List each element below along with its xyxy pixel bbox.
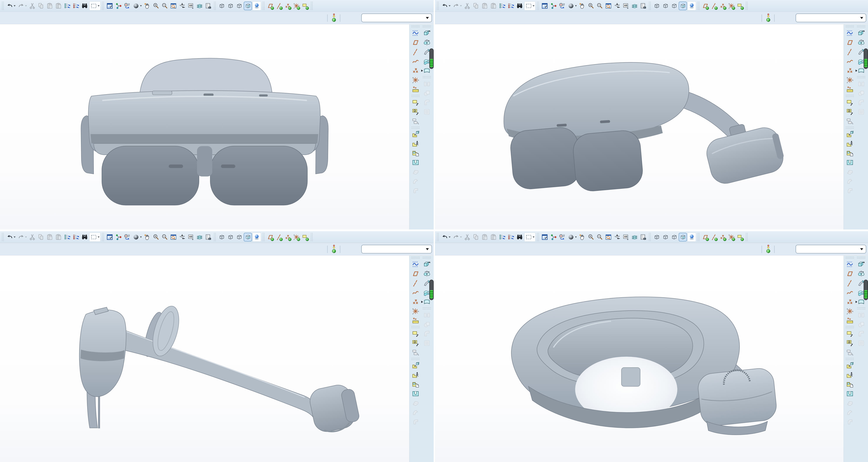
paste-button[interactable] (45, 233, 54, 242)
note-boxes-button[interactable] (845, 117, 855, 126)
toolbar-drag-handle[interactable] (649, 2, 651, 10)
text-leader-button[interactable] (411, 339, 420, 347)
groove-button[interactable] (411, 158, 420, 167)
datum-patch-button[interactable] (266, 2, 274, 10)
redo-button[interactable] (17, 233, 28, 242)
chamfer-button[interactable] (845, 167, 855, 176)
point-button[interactable] (845, 66, 855, 75)
split-button[interactable] (857, 311, 866, 319)
point-button[interactable] (845, 298, 855, 306)
named-views-button[interactable] (187, 2, 195, 10)
dress-up-cube-button[interactable] (411, 130, 420, 139)
datum-patch-button[interactable] (701, 233, 709, 242)
normal-view-button[interactable] (178, 233, 186, 242)
toolbar-drag-handle[interactable] (2, 233, 4, 241)
bend-button[interactable] (411, 408, 420, 417)
planar-patch-button[interactable] (411, 38, 420, 47)
split-button[interactable] (422, 311, 432, 319)
sync-links-button[interactable] (507, 2, 515, 10)
paste-special-button[interactable] (489, 2, 498, 10)
normal-view-button[interactable] (178, 2, 186, 10)
curve-button[interactable] (411, 57, 420, 66)
view-hidden-edges-button[interactable] (661, 2, 670, 10)
toolbar-drag-handle[interactable] (411, 257, 420, 259)
toolbar-scrollbar[interactable] (864, 280, 868, 300)
datum-axis-button[interactable] (727, 233, 736, 242)
view-no-edges-button[interactable] (235, 2, 243, 10)
datum-points-button[interactable] (719, 2, 727, 10)
view-material-button[interactable] (687, 233, 696, 242)
chevron-down-icon[interactable] (460, 237, 462, 238)
zoom-out-button[interactable] (595, 233, 604, 242)
sync-links-button[interactable] (72, 2, 80, 10)
corner-button[interactable] (411, 186, 420, 195)
measure-button[interactable] (845, 316, 855, 325)
dress-up-cube-button[interactable] (411, 361, 420, 370)
chevron-down-icon[interactable] (426, 248, 429, 250)
toolbar-drag-handle[interactable] (649, 233, 651, 241)
point-button[interactable] (411, 66, 420, 75)
sync-links-button[interactable] (507, 233, 515, 242)
search-binoculars-button[interactable] (81, 2, 89, 10)
chevron-down-icon[interactable] (25, 237, 27, 238)
curve-button[interactable] (845, 57, 855, 66)
undo-button[interactable] (5, 2, 17, 10)
paste-special-button[interactable] (489, 233, 498, 242)
view-material-button[interactable] (252, 1, 261, 10)
redo-button[interactable] (452, 233, 463, 242)
bend-button[interactable] (411, 177, 420, 186)
groove-button[interactable] (845, 158, 855, 167)
fly-pan-button[interactable] (143, 233, 151, 242)
mannequin-button[interactable] (411, 371, 420, 379)
view-table-button[interactable] (204, 2, 213, 10)
select-box-button[interactable] (89, 1, 100, 10)
copy-button[interactable] (37, 2, 45, 10)
chevron-down-icon[interactable] (426, 17, 429, 19)
toolbar-drag-handle[interactable] (846, 26, 854, 28)
annotation-plane-button[interactable] (411, 329, 420, 338)
view-hidden-edges-button[interactable] (226, 233, 235, 242)
normal-view-button[interactable] (613, 2, 621, 10)
corner-button[interactable] (845, 186, 855, 195)
view-wireframe-button[interactable] (652, 2, 661, 10)
paste-special-button[interactable] (54, 2, 63, 10)
view-shaded-button[interactable] (244, 233, 252, 242)
datum-annotation-button[interactable] (301, 233, 309, 242)
line-button[interactable] (411, 279, 420, 287)
chevron-down-icon[interactable] (14, 5, 16, 6)
cut-button[interactable] (28, 2, 36, 10)
fit-all-button[interactable] (604, 233, 613, 242)
undo-button[interactable] (440, 2, 451, 10)
toolbar-drag-handle[interactable] (311, 233, 313, 241)
extract-face-button[interactable] (411, 380, 420, 389)
fit-all-button[interactable] (169, 233, 178, 242)
toolbar-drag-handle[interactable] (102, 233, 104, 241)
chamfer-button[interactable] (411, 399, 420, 407)
toolbar-drag-handle[interactable] (214, 233, 216, 241)
toolbar-drag-handle[interactable] (411, 26, 420, 28)
text-leader-button[interactable] (845, 107, 855, 116)
toolbar-drag-handle[interactable] (437, 233, 439, 241)
zoom-in-button[interactable] (152, 2, 160, 10)
normal-view-button[interactable] (613, 233, 621, 242)
update-links-button[interactable] (63, 2, 71, 10)
revolve-surface-button[interactable] (422, 38, 432, 47)
zoom-in-button[interactable] (152, 233, 160, 242)
chevron-down-icon[interactable] (449, 237, 451, 238)
selection-filter-combobox[interactable] (796, 245, 866, 253)
toolbar-drag-handle[interactable] (746, 2, 748, 10)
chamfer-button[interactable] (845, 399, 855, 407)
viewport-canvas-bottom-left[interactable] (0, 256, 409, 462)
toolbar-scrollbar-thumb[interactable] (864, 290, 867, 299)
view-no-edges-button[interactable] (670, 2, 678, 10)
revolve-surface-button[interactable] (857, 269, 866, 278)
paste-button[interactable] (480, 233, 489, 242)
view-material-button[interactable] (252, 233, 261, 242)
chevron-down-icon[interactable] (140, 237, 142, 238)
viewport-canvas-top-left[interactable] (0, 24, 409, 229)
search-binoculars-button[interactable] (81, 233, 89, 242)
extrude-surface-button[interactable] (857, 260, 866, 269)
planar-patch-button[interactable] (411, 269, 420, 278)
zoom-in-button[interactable] (587, 233, 595, 242)
view-no-edges-button[interactable] (670, 233, 678, 242)
